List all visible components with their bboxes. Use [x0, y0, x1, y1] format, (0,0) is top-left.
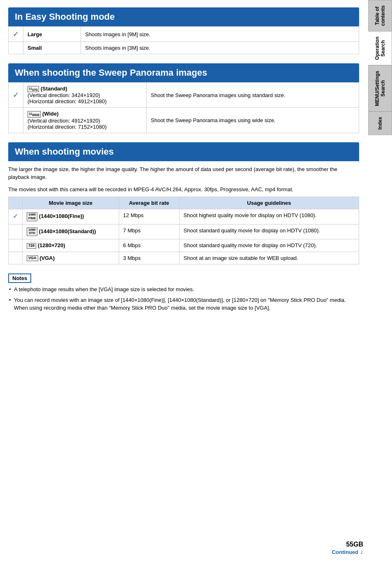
movies-intro2: The movies shot with this camera will be…	[8, 185, 359, 194]
table-row: ✓ Large Shoots images in [9M] size.	[9, 27, 359, 42]
page-number: 55GB	[332, 541, 363, 548]
fine-label: (1440×1080(Fine))	[39, 213, 84, 219]
standard-icon: ⚏STD	[28, 86, 39, 92]
easy-shooting-section: In Easy Shooting mode ✓ Large Shoots ima…	[8, 7, 359, 54]
table-row: 1080STD (1440×1080(Standard)) 7 Mbps Sho…	[9, 224, 359, 239]
small-description: Shoots images in [3M] size.	[81, 42, 359, 54]
table-row: ✓ 1080FINE (1440×1080(Fine)) 12 Mbps Sho…	[9, 209, 359, 225]
col-check	[9, 197, 23, 209]
sidebar-item-operation-search[interactable]: OperationSearch	[368, 31, 392, 65]
wide-cell: ⚏WIDE (Wide) (Vertical direction: 4912×1…	[23, 108, 147, 133]
sidebar-tabs: Table ofcontents OperationSearch MENU/Se…	[368, 0, 392, 563]
empty-check-cell	[9, 224, 23, 239]
notes-list: A telephoto image results when the [VGA]…	[8, 285, 359, 312]
checkmark-cell: ✓	[9, 83, 23, 108]
large-description: Shoots images in [9M] size.	[81, 27, 359, 42]
movie-size-std: 1080STD (1440×1080(Standard))	[23, 224, 119, 239]
bitrate-fine: 12 Mbps	[119, 209, 179, 225]
movies-intro1: The larger the image size, the higher th…	[8, 165, 359, 181]
table-row: ✓ ⚏STD (Standard) (Vertical direction: 3…	[9, 83, 359, 108]
wide-label: (Wide)	[42, 111, 59, 117]
standard-description: Shoot the Sweep Panorama images using st…	[147, 83, 359, 108]
fine-icon: 1080FINE	[27, 212, 37, 221]
wide-description: Shoot the Sweep Panorama images using wi…	[147, 108, 359, 133]
empty-check-cell	[9, 239, 23, 252]
bitrate-vga: 3 Mbps	[119, 252, 179, 264]
large-label: Large	[23, 27, 81, 42]
std-icon: 1080STD	[27, 227, 37, 236]
table-row: Small Shoots images in [3M] size.	[9, 42, 359, 54]
movies-section: When shooting movies The larger the imag…	[8, 142, 359, 265]
standard-label: (Standard)	[41, 86, 67, 92]
sidebar-label: Table ofcontents	[374, 5, 386, 26]
notes-title: Notes	[8, 273, 31, 283]
movie-size-vga: VGA (VGA)	[23, 252, 119, 264]
movies-header: When shooting movies	[8, 142, 359, 161]
checkmark-cell: ✓	[9, 209, 23, 225]
sidebar-label: OperationSearch	[374, 37, 386, 60]
table-row: ⚏WIDE (Wide) (Vertical direction: 4912×1…	[9, 108, 359, 133]
720-label: (1280×720)	[38, 242, 65, 248]
standard-horizontal: (Horizontal direction: 4912×1080)	[28, 98, 107, 104]
vga-icon: VGA	[27, 255, 38, 261]
720-icon: 720	[27, 243, 36, 249]
standard-vertical: (Vertical direction: 3424×1920)	[28, 92, 100, 98]
wide-vertical: (Vertical direction: 4912×1920)	[28, 118, 100, 124]
sweep-panorama-table: ✓ ⚏STD (Standard) (Vertical direction: 3…	[8, 82, 359, 133]
list-item: You can record movies with an image size…	[8, 296, 359, 312]
sweep-panorama-section: When shooting the Sweep Panorama images …	[8, 63, 359, 133]
empty-check-cell	[9, 108, 23, 133]
usage-std: Shoot standard quality movie for display…	[179, 224, 359, 239]
empty-check-cell	[9, 42, 23, 54]
sidebar-item-menu-settings-search[interactable]: MENU/SettingsSearch	[368, 65, 392, 111]
notes-section: Notes A telephoto image results when the…	[8, 273, 359, 312]
empty-check-cell	[9, 252, 23, 264]
usage-720: Shoot standard quality movie for display…	[179, 239, 359, 252]
table-row: VGA (VGA) 3 Mbps Shoot at an image size …	[9, 252, 359, 264]
std-label: (1440×1080(Standard))	[39, 228, 96, 234]
page-footer: 55GB Continued ↓	[332, 541, 363, 556]
checkmark-cell: ✓	[9, 27, 23, 42]
easy-shooting-header: In Easy Shooting mode	[8, 7, 359, 26]
standard-cell: ⚏STD (Standard) (Vertical direction: 342…	[23, 83, 147, 108]
col-size: Movie image size	[23, 197, 119, 209]
continued-arrow-icon: ↓	[360, 548, 363, 556]
sidebar-item-table-of-contents[interactable]: Table ofcontents	[368, 0, 392, 31]
bitrate-720: 6 Mbps	[119, 239, 179, 252]
usage-fine: Shoot highest quality movie for display …	[179, 209, 359, 225]
sidebar-label: Index	[377, 117, 383, 130]
list-item: A telephoto image results when the [VGA]…	[8, 285, 359, 294]
wide-horizontal: (Horizontal direction: 7152×1080)	[28, 124, 107, 130]
table-row: 720 (1280×720) 6 Mbps Shoot standard qua…	[9, 239, 359, 252]
movies-table: Movie image size Average bit rate Usage …	[8, 197, 359, 264]
sidebar-label: MENU/SettingsSearch	[374, 71, 386, 106]
col-bitrate: Average bit rate	[119, 197, 179, 209]
bitrate-std: 7 Mbps	[119, 224, 179, 239]
wide-icon: ⚏WIDE	[28, 111, 41, 117]
easy-shooting-table: ✓ Large Shoots images in [9M] size. Smal…	[8, 26, 359, 54]
continued-label: Continued ↓	[332, 548, 363, 556]
usage-vga: Shoot at an image size suitable for WEB …	[179, 252, 359, 264]
vga-label: (VGA)	[39, 255, 55, 261]
movie-size-fine: 1080FINE (1440×1080(Fine))	[23, 209, 119, 225]
table-header-row: Movie image size Average bit rate Usage …	[9, 197, 359, 209]
small-label: Small	[23, 42, 81, 54]
movie-size-720: 720 (1280×720)	[23, 239, 119, 252]
sweep-panorama-header: When shooting the Sweep Panorama images	[8, 63, 359, 82]
col-usage: Usage guidelines	[179, 197, 359, 209]
sidebar-item-index[interactable]: Index	[368, 111, 392, 135]
